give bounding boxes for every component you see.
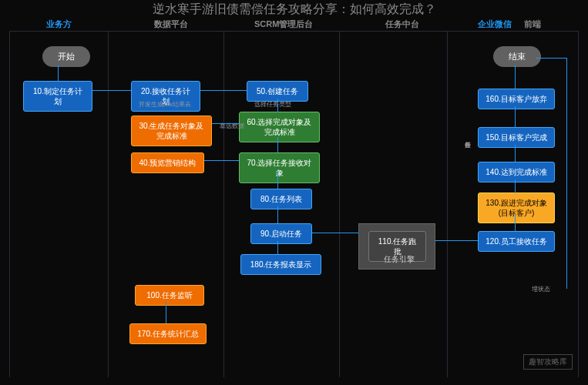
lane-line <box>9 31 10 377</box>
connector <box>566 58 567 289</box>
connector <box>515 179 516 193</box>
connector <box>312 233 358 233</box>
connector <box>277 241 278 254</box>
node-120: 120.员工接收任务 <box>478 231 555 252</box>
start-terminal: 开始 <box>42 46 90 67</box>
connector <box>58 65 59 81</box>
node-90: 90.启动任务 <box>250 223 312 244</box>
top-divider <box>9 31 579 32</box>
connector <box>515 106 516 127</box>
connector <box>204 160 239 161</box>
lane-scrm: SCRM管理后台 <box>254 18 313 30</box>
lane-data: 数据平台 <box>154 18 188 30</box>
engine-label: 任务引擎 <box>384 254 415 265</box>
lane-task: 任务中台 <box>385 18 419 30</box>
lane-business: 业务方 <box>46 18 72 30</box>
node-160: 160.目标客户放弃 <box>478 89 555 109</box>
node-170: 170.任务统计汇总 <box>129 323 207 344</box>
connector <box>515 214 516 231</box>
lane-line <box>223 31 224 377</box>
node-180: 180.任务报表显示 <box>240 254 321 275</box>
connector <box>277 171 278 189</box>
node-70: 70.选择任务接收对象 <box>239 152 320 183</box>
connector <box>277 99 278 112</box>
connector <box>200 90 247 91</box>
node-60: 60.选择完成对象及完成标准 <box>239 112 320 142</box>
node-140: 140.达到完成标准 <box>478 162 555 182</box>
connector <box>212 123 239 124</box>
watermark: 趣智攻略库 <box>523 354 573 370</box>
node-80: 80.任务列表 <box>250 189 312 209</box>
connector <box>277 137 278 152</box>
lane-line <box>108 31 109 377</box>
lane-frontend: 前端 <box>524 18 541 30</box>
node-100: 100.任务监听 <box>135 285 204 306</box>
annotation-link: 开发生成link结果表 <box>139 100 191 109</box>
connector <box>515 65 516 89</box>
connector <box>277 206 278 223</box>
lane-line <box>578 31 579 377</box>
connector <box>166 302 166 323</box>
annotation-type: 选择任务类型 <box>254 100 291 109</box>
page-title: 逆水寒手游旧债需偿任务攻略分享：如何高效完成？ <box>153 2 436 18</box>
node-130: 130.跟进完成对象(目标客户) <box>478 192 555 223</box>
connector <box>515 145 516 162</box>
connector <box>536 58 566 59</box>
lane-line <box>447 31 448 377</box>
node-150: 150.目标客户完成 <box>478 127 555 148</box>
annotation-bury: 埋状态 <box>532 285 550 293</box>
connector <box>435 240 478 241</box>
lane-line <box>339 31 340 377</box>
node-10: 10.制定任务计划 <box>23 81 92 112</box>
node-40: 40.预览营销结构 <box>131 152 204 173</box>
end-terminal: 结束 <box>493 46 541 67</box>
connector <box>92 90 131 91</box>
lane-wechat: 企业微信 <box>478 18 512 30</box>
node-30: 30.生成任务对象及完成标准 <box>131 116 212 146</box>
